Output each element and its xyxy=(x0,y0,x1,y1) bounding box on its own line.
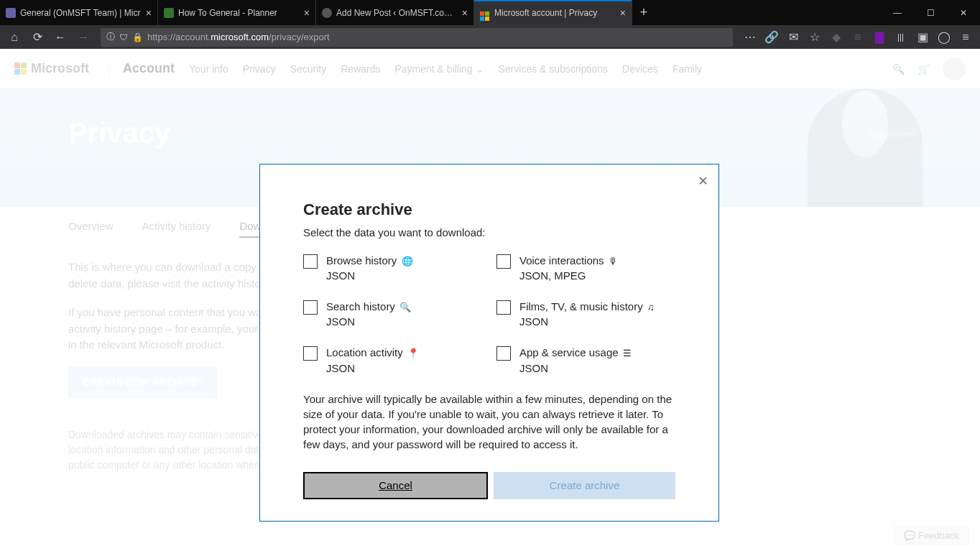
checkbox[interactable] xyxy=(303,300,318,315)
list-icon: ☰ xyxy=(623,348,632,358)
mail-icon[interactable]: ✉ xyxy=(783,27,803,47)
location-icon: 📍 xyxy=(407,348,419,358)
close-icon[interactable]: × xyxy=(620,7,626,19)
option-format: JSON xyxy=(519,361,632,376)
option-format: JSON, MPEG xyxy=(519,268,618,283)
search-icon: 🔍 xyxy=(399,302,411,312)
onenote-icon[interactable]: ▇ xyxy=(869,27,889,47)
modal-subtitle: Select the data you want to download: xyxy=(303,226,675,239)
globe-icon: 🌐 xyxy=(402,256,413,267)
option-label: Films, TV, & music history xyxy=(519,300,643,312)
close-icon[interactable]: × xyxy=(304,7,310,19)
home-icon[interactable]: ⌂ xyxy=(4,27,24,47)
shield-icon[interactable]: 🛡 xyxy=(119,32,128,42)
option-format: JSON xyxy=(326,268,413,283)
browser-tab[interactable]: General (OnMSFT Team) | Micr × xyxy=(0,0,158,25)
modal-description: Your archive will typically be available… xyxy=(303,392,675,452)
checkbox[interactable] xyxy=(303,346,318,361)
archive-option[interactable]: App & service usage ☰JSON xyxy=(496,345,675,375)
archive-option[interactable]: Voice interactions 🎙JSON, MPEG xyxy=(496,253,675,283)
media-icon: ♫ xyxy=(647,302,655,312)
close-icon[interactable]: ✕ xyxy=(698,173,708,189)
address-bar[interactable]: ⓘ 🛡 🔒 https://account.microsoft.com/priv… xyxy=(101,28,733,47)
checkbox[interactable] xyxy=(496,300,511,315)
option-format: JSON xyxy=(326,314,411,329)
new-tab-button[interactable]: + xyxy=(632,0,655,25)
tab-title: Microsoft account | Privacy xyxy=(494,8,617,18)
more-icon[interactable]: ⋯ xyxy=(740,27,760,47)
lock-icon: 🔒 xyxy=(132,32,143,42)
library-icon[interactable]: ⫼ xyxy=(891,27,911,47)
link-icon[interactable]: 🔗 xyxy=(762,27,782,47)
sidebar-icon[interactable]: ▣ xyxy=(912,27,933,47)
teams-icon xyxy=(6,8,16,18)
close-icon[interactable]: × xyxy=(146,7,152,19)
wordpress-icon xyxy=(322,8,332,18)
checkbox[interactable] xyxy=(303,254,318,269)
menu-icon[interactable]: ≡ xyxy=(956,27,976,47)
back-icon[interactable]: ← xyxy=(50,27,70,47)
option-label: Voice interactions xyxy=(519,254,604,267)
window-close[interactable]: ✕ xyxy=(947,0,980,25)
tab-title: Add New Post ‹ OnMSFT.com — W xyxy=(336,8,459,18)
cancel-button[interactable]: Cancel xyxy=(303,472,488,499)
option-label: Search history xyxy=(326,300,395,312)
tab-title: How To General - Planner xyxy=(178,8,301,18)
tab-title: General (OnMSFT Team) | Micr xyxy=(20,8,143,18)
refresh-icon[interactable]: ⟳ xyxy=(27,27,47,47)
info-icon[interactable]: ⓘ xyxy=(106,31,115,43)
close-icon[interactable]: × xyxy=(462,7,468,19)
archive-option[interactable]: Location activity 📍JSON xyxy=(303,345,482,375)
window-maximize[interactable]: ☐ xyxy=(914,0,947,25)
archive-option[interactable]: Films, TV, & music history ♫JSON xyxy=(496,299,675,329)
create-button[interactable]: Create archive xyxy=(494,472,675,499)
browser-toolbar: ⌂ ⟳ ← → ⓘ 🛡 🔒 https://account.microsoft.… xyxy=(0,25,980,49)
account-icon[interactable]: ◯ xyxy=(934,27,954,47)
browser-tab-bar: General (OnMSFT Team) | Micr × How To Ge… xyxy=(0,0,980,25)
modal-title: Create archive xyxy=(303,200,675,219)
option-label: Browse history xyxy=(326,254,397,267)
browser-tab-active[interactable]: Microsoft account | Privacy × xyxy=(474,0,632,25)
forward-icon[interactable]: → xyxy=(73,27,93,47)
window-minimize[interactable]: — xyxy=(881,0,914,25)
ext-icon[interactable]: ◆ xyxy=(826,27,846,47)
option-label: App & service usage xyxy=(519,346,619,358)
planner-icon xyxy=(164,8,174,18)
checkbox[interactable] xyxy=(496,254,511,269)
star-icon[interactable]: ☆ xyxy=(805,27,825,47)
microsoft-icon xyxy=(480,8,490,18)
archive-option[interactable]: Browse history 🌐JSON xyxy=(303,253,482,283)
url-text: https://account.microsoft.com/privacy/ex… xyxy=(147,32,330,42)
create-archive-modal: ✕ Create archive Select the data you wan… xyxy=(259,164,719,522)
option-format: JSON xyxy=(519,314,655,329)
checkbox[interactable] xyxy=(496,346,511,361)
archive-option[interactable]: Search history 🔍JSON xyxy=(303,299,482,329)
option-label: Location activity xyxy=(326,346,403,358)
browser-tab[interactable]: Add New Post ‹ OnMSFT.com — W × xyxy=(316,0,474,25)
mic-icon: 🎙 xyxy=(609,256,618,267)
ext-icon[interactable]: ≡ xyxy=(848,27,868,47)
browser-tab[interactable]: How To General - Planner × xyxy=(158,0,316,25)
option-format: JSON xyxy=(326,361,419,376)
